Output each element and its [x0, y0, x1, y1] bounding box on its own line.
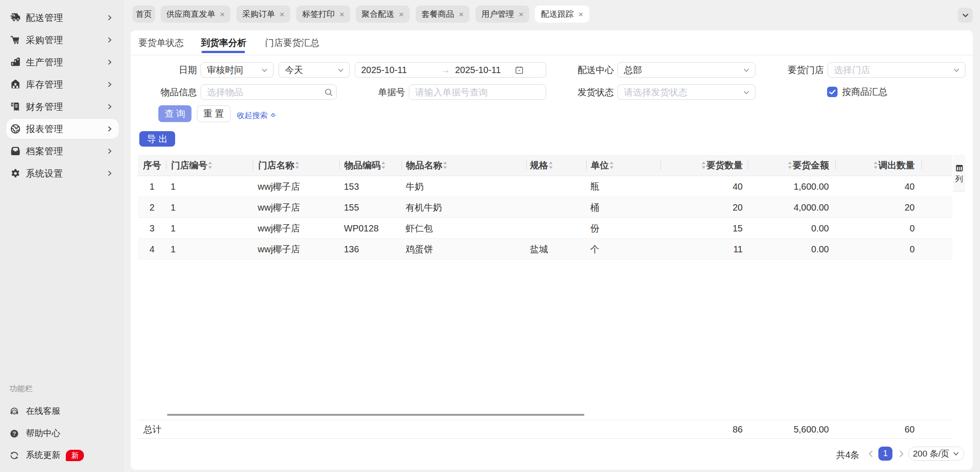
svg-text:?: ? [13, 430, 16, 437]
